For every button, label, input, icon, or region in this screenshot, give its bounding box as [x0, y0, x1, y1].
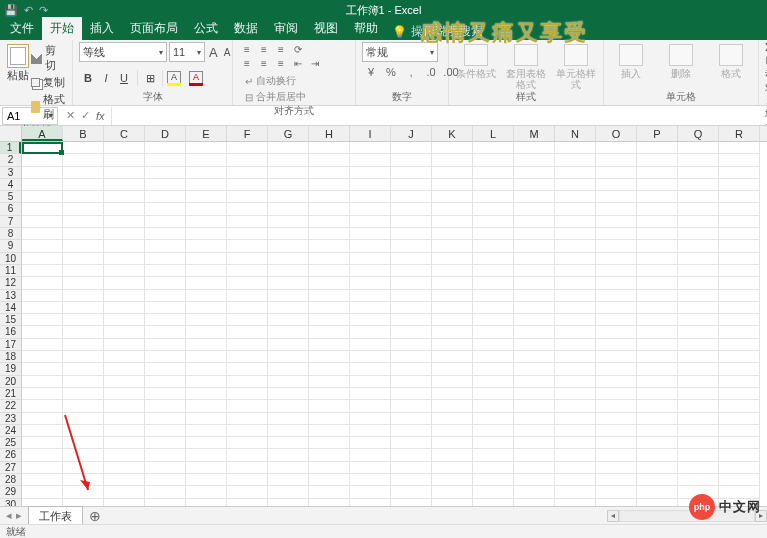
cell[interactable] — [22, 363, 63, 375]
cell[interactable] — [432, 216, 473, 228]
cell[interactable] — [391, 413, 432, 425]
cell[interactable] — [514, 142, 555, 154]
cell[interactable] — [186, 425, 227, 437]
cell[interactable] — [391, 388, 432, 400]
cell[interactable] — [432, 290, 473, 302]
cell[interactable] — [104, 314, 145, 326]
cell[interactable] — [596, 413, 637, 425]
cell[interactable] — [473, 203, 514, 215]
cell[interactable] — [637, 191, 678, 203]
cell[interactable] — [63, 339, 104, 351]
cell[interactable] — [432, 449, 473, 461]
cell[interactable] — [391, 376, 432, 388]
cell[interactable] — [678, 413, 719, 425]
cell[interactable] — [309, 339, 350, 351]
cell[interactable] — [309, 179, 350, 191]
cell[interactable] — [227, 388, 268, 400]
cut-button[interactable]: 剪切 — [31, 42, 66, 74]
cell[interactable] — [22, 302, 63, 314]
cell[interactable] — [268, 228, 309, 240]
cell[interactable] — [350, 449, 391, 461]
cell[interactable] — [309, 425, 350, 437]
redo-icon[interactable]: ↷ — [39, 4, 48, 17]
row-header-27[interactable]: 27 — [0, 462, 21, 474]
save-icon[interactable]: 💾 — [4, 4, 18, 17]
cell[interactable] — [596, 314, 637, 326]
cell[interactable] — [555, 277, 596, 289]
cell[interactable] — [637, 228, 678, 240]
cell[interactable] — [391, 302, 432, 314]
cell[interactable] — [22, 400, 63, 412]
cell[interactable] — [145, 228, 186, 240]
cell[interactable] — [104, 339, 145, 351]
cell[interactable] — [186, 179, 227, 191]
cell[interactable] — [63, 290, 104, 302]
cell[interactable] — [227, 413, 268, 425]
cell[interactable] — [719, 425, 760, 437]
cell[interactable] — [268, 400, 309, 412]
cell[interactable] — [186, 486, 227, 498]
row-header-2[interactable]: 2 — [0, 154, 21, 166]
sheet-nav-prev[interactable]: ◂ — [6, 509, 12, 522]
cell[interactable] — [391, 179, 432, 191]
indent-dec-button[interactable]: ⇤ — [290, 56, 306, 70]
fx-icon[interactable]: fx — [96, 110, 105, 122]
cell[interactable] — [514, 179, 555, 191]
cell[interactable] — [104, 277, 145, 289]
cell[interactable] — [104, 462, 145, 474]
cell[interactable] — [391, 474, 432, 486]
cell[interactable] — [104, 179, 145, 191]
cell[interactable] — [473, 437, 514, 449]
cell[interactable] — [268, 253, 309, 265]
cell[interactable] — [432, 302, 473, 314]
cell[interactable] — [719, 179, 760, 191]
cell[interactable] — [186, 253, 227, 265]
cell[interactable] — [227, 449, 268, 461]
cell[interactable] — [268, 203, 309, 215]
cell[interactable] — [186, 154, 227, 166]
cell[interactable] — [473, 142, 514, 154]
insert-cells-button[interactable]: 插入 — [610, 44, 652, 79]
cell[interactable] — [678, 154, 719, 166]
cell[interactable] — [63, 326, 104, 338]
cell[interactable] — [432, 142, 473, 154]
cell[interactable] — [473, 179, 514, 191]
cell[interactable] — [514, 388, 555, 400]
cell[interactable] — [350, 388, 391, 400]
cell[interactable] — [268, 265, 309, 277]
bold-button[interactable]: B — [79, 69, 97, 87]
cell[interactable] — [514, 228, 555, 240]
cell[interactable] — [637, 400, 678, 412]
cell[interactable] — [350, 154, 391, 166]
cell[interactable] — [637, 363, 678, 375]
cell[interactable] — [391, 265, 432, 277]
cell[interactable] — [473, 474, 514, 486]
cell[interactable] — [227, 203, 268, 215]
cell[interactable] — [145, 302, 186, 314]
cell[interactable] — [145, 388, 186, 400]
cell[interactable] — [350, 425, 391, 437]
cell[interactable] — [22, 240, 63, 252]
shrink-font-button[interactable]: A — [222, 47, 233, 58]
cell[interactable] — [391, 339, 432, 351]
cell[interactable] — [350, 326, 391, 338]
cell[interactable] — [473, 363, 514, 375]
cell[interactable] — [104, 486, 145, 498]
tab-help[interactable]: 帮助 — [346, 17, 386, 40]
cell[interactable] — [186, 388, 227, 400]
cell-styles-button[interactable]: 单元格样式 — [555, 44, 597, 90]
cell[interactable] — [432, 167, 473, 179]
cell[interactable] — [22, 142, 63, 154]
cell[interactable] — [63, 486, 104, 498]
cell[interactable] — [22, 339, 63, 351]
col-header-L[interactable]: L — [473, 126, 514, 141]
cell[interactable] — [309, 191, 350, 203]
cell[interactable] — [350, 216, 391, 228]
col-header-G[interactable]: G — [268, 126, 309, 141]
row-header-25[interactable]: 25 — [0, 437, 21, 449]
cell[interactable] — [637, 462, 678, 474]
cell[interactable] — [309, 290, 350, 302]
cell[interactable] — [514, 376, 555, 388]
cell[interactable] — [555, 351, 596, 363]
cell[interactable] — [227, 363, 268, 375]
